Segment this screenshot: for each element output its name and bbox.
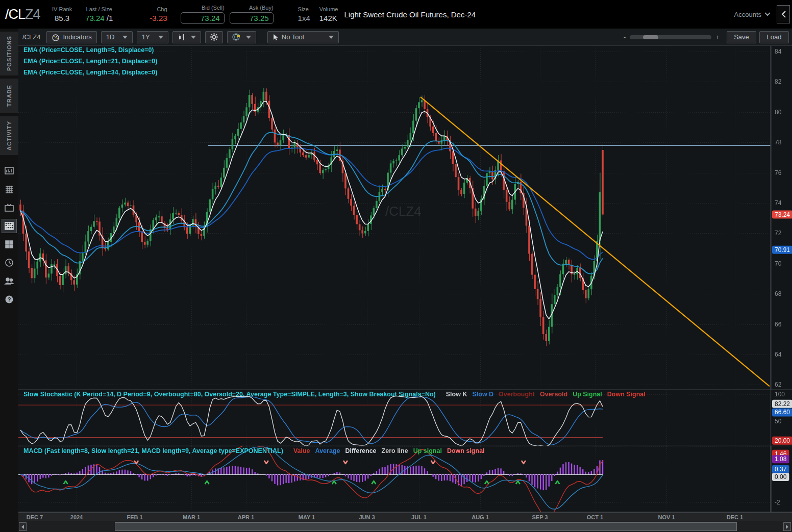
chevron-down-icon — [122, 36, 128, 39]
time-axis-label: MAY 1 — [299, 514, 315, 520]
tv-icon[interactable] — [2, 201, 16, 214]
time-axis-label: DEC 1 — [727, 514, 743, 520]
timeframe-dropdown[interactable]: 1D — [101, 31, 133, 43]
time-axis-label: AUG 1 — [472, 514, 489, 520]
iv-rank-value: 85.3 — [55, 14, 69, 22]
time-axis-label: OCT 1 — [587, 514, 603, 520]
legend-item: Average — [315, 447, 340, 454]
legend-item: Down Signal — [607, 391, 646, 398]
range-dropdown[interactable]: 1Y — [137, 31, 168, 43]
chevron-down-icon — [191, 36, 196, 39]
patterns-globe-icon — [232, 33, 241, 41]
symbol-label: /CLZ4 — [5, 7, 52, 22]
bid-label: Bid (Sell) — [202, 5, 225, 11]
time-axis-label: NOV 1 — [658, 514, 675, 520]
chart-grid-icon[interactable] — [2, 219, 16, 233]
chg-label: Chg — [157, 6, 167, 12]
bid-button[interactable]: 73.24 — [181, 12, 225, 24]
ema-study-labels: EMA (Price=CLOSE, Length=5, Displace=0) … — [23, 46, 157, 80]
legend-item: Slow D — [472, 391, 493, 398]
zoom-in-button[interactable]: + — [715, 33, 720, 41]
scrollbar-thumb[interactable] — [115, 522, 737, 531]
size-label: Size — [298, 6, 309, 12]
volume-value: 142K — [319, 14, 337, 22]
sidebar-tab-trade[interactable]: TRADE — [0, 75, 18, 113]
macd-panel[interactable] — [18, 446, 792, 513]
bottom-left-corner — [0, 521, 18, 532]
time-axis: DEC 72024FEB 1MAR 1APR 1MAY 1JUN 3JUL 1A… — [18, 513, 792, 521]
clock-icon[interactable] — [2, 256, 16, 269]
legend-item: Zero line — [382, 447, 408, 454]
chg-value: -3.23 — [150, 14, 167, 22]
legend-item: Up signal — [413, 447, 442, 454]
triangle-left-icon — [21, 525, 24, 529]
time-axis-label: SEP 3 — [532, 514, 548, 520]
legend-item: Down signal — [447, 447, 485, 454]
chart-settings-button[interactable] — [205, 31, 223, 43]
iv-rank-label: IV Rank — [52, 6, 72, 12]
svg-text:?: ? — [8, 296, 11, 302]
time-axis-label: APR 1 — [238, 514, 254, 520]
zoom-slider[interactable] — [630, 35, 711, 39]
time-axis-label: JUN 3 — [359, 514, 375, 520]
ask-button[interactable]: 73.25 — [230, 12, 274, 24]
chevron-down-icon — [158, 36, 163, 39]
contract-title: Light Sweet Crude Oil Futures, Dec-24 — [344, 10, 734, 19]
last-size-label: Last / Size — [86, 6, 112, 12]
list-icon[interactable] — [2, 183, 16, 196]
ema21-label: EMA (Price=CLOSE, Length=21, Displace=0) — [23, 58, 157, 69]
indicators-button[interactable]: Indicators — [46, 31, 96, 43]
chevron-down-icon — [246, 36, 251, 39]
indicators-flask-icon — [52, 34, 60, 41]
last-value: 73.24 /1 — [85, 14, 113, 22]
quote-header: /CLZ4 IV Rank 85.3 Last / Size 73.24 /1 … — [0, 0, 792, 29]
stochastic-panel[interactable] — [18, 390, 792, 446]
ask-label: Ask (Buy) — [249, 5, 274, 11]
news-chart-icon[interactable] — [2, 164, 16, 178]
size-value: 1x4 — [298, 14, 310, 22]
chart-toolbar: /CLZ4 Indicators 1D 1Y No Tool - + Save — [18, 29, 792, 46]
stochastic-header: Slow Stochastic (K Period=14, D Period=9… — [23, 391, 646, 398]
active-tool-dropdown[interactable]: No Tool — [267, 31, 339, 43]
scroll-right-button[interactable] — [783, 522, 791, 531]
legend-item: Up Signal — [573, 391, 602, 398]
legend-item: Slow K — [446, 391, 467, 398]
ema5-label: EMA (Price=CLOSE, Length=5, Displace=0) — [23, 46, 157, 58]
zoom-slider-thumb[interactable] — [643, 35, 658, 39]
chart-symbol-label: /CLZ4 — [22, 33, 40, 41]
legend-item: Difference — [345, 447, 376, 454]
help-icon[interactable]: ? — [2, 293, 16, 306]
trading-app: /CLZ4 IV Rank 85.3 Last / Size 73.24 /1 … — [0, 0, 792, 532]
time-axis-label: 2024 — [70, 514, 83, 520]
legend-item: Value — [293, 447, 310, 454]
sidebar-tab-positions[interactable]: POSITIONS — [0, 29, 18, 75]
gear-icon — [210, 33, 218, 41]
collapse-panel-button[interactable] — [777, 5, 790, 23]
time-axis-label: JUL 1 — [411, 514, 427, 520]
volume-label: Volume — [319, 6, 338, 12]
sidebar-tab-activity[interactable]: ACTIVITY — [0, 113, 18, 155]
chevron-left-icon — [781, 11, 786, 18]
people-icon[interactable] — [2, 274, 16, 288]
scroll-left-button[interactable] — [19, 522, 27, 531]
horizontal-scrollbar[interactable] — [18, 521, 792, 532]
time-axis-label: DEC 7 — [27, 514, 43, 520]
chart-style-dropdown[interactable] — [172, 31, 201, 43]
chevron-down-icon — [764, 12, 771, 16]
accounts-dropdown[interactable]: Accounts — [734, 11, 771, 18]
load-button[interactable]: Load — [759, 31, 789, 43]
zoom-out-button[interactable]: - — [624, 33, 626, 41]
save-button[interactable]: Save — [727, 31, 756, 43]
candlestick-icon — [178, 34, 186, 41]
left-sidebar: POSITIONS TRADE ACTIVITY ? — [0, 29, 18, 532]
apps-icon[interactable] — [2, 238, 16, 251]
triangle-right-icon — [786, 525, 788, 529]
ema34-label: EMA (Price=CLOSE, Length=34, Displace=0) — [23, 69, 157, 80]
drawing-tools-dropdown[interactable] — [227, 31, 256, 43]
legend-item: Oversold — [540, 391, 567, 398]
main-price-chart[interactable] — [18, 46, 792, 390]
chevron-down-icon — [329, 36, 334, 39]
cursor-icon — [273, 34, 279, 41]
legend-item: Overbought — [499, 391, 535, 398]
time-axis-label: FEB 1 — [127, 514, 142, 520]
